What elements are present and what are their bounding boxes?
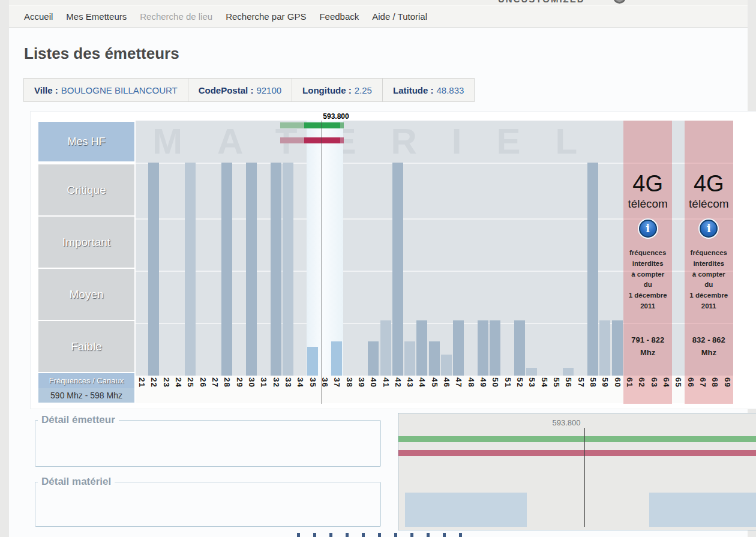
- channel-label-38: 38: [345, 377, 354, 388]
- emitter-bar-ch60[interactable]: [612, 320, 623, 376]
- channel-label-44: 44: [418, 377, 427, 388]
- zone-forbidden-note: fréquencesinterditesà compterdu1 décembr…: [625, 248, 671, 312]
- info-icon[interactable]: i: [639, 220, 657, 238]
- minimap-red-band: [398, 450, 756, 456]
- frequency-chart: 593.800 Mes HF CritiqueImportantMoyenFai…: [30, 111, 756, 409]
- row-label-faible: Faible: [38, 321, 134, 372]
- emitter-bar-ch30[interactable]: [246, 163, 257, 376]
- chart-row-labels: Mes HF CritiqueImportantMoyenFaible Fréq…: [38, 122, 134, 403]
- channel-label-53: 53: [527, 377, 536, 388]
- emitter-bar-ch45[interactable]: [429, 341, 440, 376]
- emitter-bar-ch22[interactable]: [148, 163, 159, 376]
- channel-label-32: 32: [272, 377, 281, 388]
- channel-label-31: 31: [259, 377, 268, 388]
- emitter-bar-ch46[interactable]: [441, 355, 452, 376]
- emitter-bar-ch59[interactable]: [599, 320, 610, 376]
- channel-label-47: 47: [454, 377, 463, 388]
- zone-forbidden-note: fréquencesinterditesà compterdu1 décembr…: [685, 248, 732, 312]
- zone-telecom-label: télécom: [623, 197, 672, 211]
- channel-label-55: 55: [552, 377, 561, 388]
- minimap-bar-1: [649, 493, 756, 527]
- emitter-bar-ch50[interactable]: [490, 320, 500, 376]
- nav-item-0[interactable]: Accueil: [24, 11, 53, 22]
- channel-label-33: 33: [284, 377, 293, 388]
- emitter-bar-ch56[interactable]: [563, 368, 574, 376]
- emitter-bar-ch43[interactable]: [404, 341, 415, 376]
- channel-label-59: 59: [601, 377, 610, 388]
- row-label-important: Important: [38, 217, 134, 268]
- row-label-moyen: Moyen: [38, 269, 134, 320]
- minimap-green-band: [398, 436, 756, 442]
- emitter-bar-ch35[interactable]: [307, 347, 318, 376]
- channel-label-29: 29: [235, 377, 244, 388]
- channel-label-56: 56: [564, 377, 573, 388]
- channel-label-49: 49: [479, 377, 488, 388]
- emitter-bar-ch41[interactable]: [380, 320, 391, 376]
- channel-label-66: 66: [686, 377, 695, 388]
- forbidden-zone-4g-1: 4Gtélécomifréquencesinterditesà compterd…: [685, 121, 733, 404]
- channel-label-48: 48: [467, 377, 476, 388]
- emitter-bar-ch44[interactable]: [416, 320, 427, 376]
- emitter-bar-ch25[interactable]: [185, 163, 196, 376]
- channel-label-43: 43: [406, 377, 415, 388]
- channel-label-46: 46: [442, 377, 451, 388]
- channel-label-61: 61: [625, 377, 634, 388]
- channel-label-60: 60: [613, 377, 622, 388]
- zone-frequency-range: 832 - 862Mhz: [685, 334, 733, 359]
- page-title: Listes des émetteurs: [24, 44, 179, 63]
- hf-band-red[interactable]: [280, 137, 344, 143]
- row-label-frequences-canaux: Fréquences / Canaux: [38, 373, 134, 388]
- emitter-bar-ch47[interactable]: [453, 320, 464, 376]
- zone-frequency-range: 791 - 822Mhz: [623, 334, 672, 359]
- nav-item-5[interactable]: Aide / Tutorial: [372, 11, 427, 22]
- emitter-bar-ch28[interactable]: [221, 163, 232, 376]
- channel-label-22: 22: [149, 377, 158, 388]
- overview-minimap[interactable]: 593.800: [398, 413, 756, 530]
- bottom-cut-off-text: [297, 533, 466, 537]
- channel-label-65: 65: [674, 377, 683, 388]
- detail-materiel-legend: Détail matériel: [38, 476, 115, 488]
- emitter-bar-ch53[interactable]: [526, 368, 537, 376]
- channel-label-63: 63: [650, 377, 659, 388]
- row-label-critique: Critique: [38, 164, 134, 215]
- chart-plot-area[interactable]: MATERIEL 4Gtélécomifréquencesinterditesà…: [136, 121, 733, 376]
- emitter-bar-ch42[interactable]: [392, 163, 403, 376]
- channel-label-62: 62: [637, 377, 646, 388]
- emitter-bar-ch49[interactable]: [478, 320, 488, 376]
- forbidden-zone-4g-0: 4Gtélécomifréquencesinterditesà compterd…: [623, 121, 672, 404]
- detail-emitter-legend: Détail émetteur: [38, 414, 119, 426]
- channel-label-45: 45: [430, 377, 439, 388]
- frequency-cursor-line[interactable]: [322, 121, 322, 404]
- channel-label-57: 57: [577, 377, 586, 388]
- emitter-bar-ch58[interactable]: [587, 163, 598, 376]
- nav-item-1[interactable]: Mes Emetteurs: [66, 11, 127, 22]
- zone-4g-label: 4G: [685, 172, 733, 195]
- minimap-marker-label: 593.800: [506, 418, 626, 427]
- zone-telecom-label: télécom: [685, 197, 733, 211]
- emitter-bar-ch37[interactable]: [331, 341, 342, 376]
- channel-label-41: 41: [382, 377, 391, 388]
- minimap-cursor-line: [584, 428, 585, 527]
- channel-label-21: 21: [137, 377, 146, 388]
- channel-label-25: 25: [186, 377, 195, 388]
- emitter-bar-ch33[interactable]: [283, 163, 293, 376]
- nav-item-2[interactable]: Recherche de lieu: [140, 11, 212, 22]
- hf-band-green[interactable]: [280, 122, 344, 128]
- emitter-bar-ch40[interactable]: [368, 341, 379, 376]
- channel-label-24: 24: [174, 377, 183, 388]
- nav-item-3[interactable]: Recherche par GPS: [226, 11, 306, 22]
- emitter-bar-ch52[interactable]: [514, 320, 525, 376]
- emitter-bar-ch32[interactable]: [271, 163, 281, 376]
- selected-frequency-band: [307, 121, 343, 376]
- row-label-mes-hf: Mes HF: [38, 122, 134, 161]
- channel-label-30: 30: [247, 377, 256, 388]
- frequency-marker-label: 593.800: [300, 112, 372, 121]
- channel-label-26: 26: [199, 377, 208, 388]
- page-content: UNCUSTOMIZED AccueilMes EmetteursRecherc…: [9, 0, 748, 537]
- nav-item-4[interactable]: Feedback: [319, 11, 359, 22]
- main-nav: AccueilMes EmetteursRecherche de lieuRec…: [9, 5, 748, 28]
- channel-label-40: 40: [369, 377, 378, 388]
- info-icon[interactable]: i: [700, 220, 718, 238]
- detail-emitter-panel: Détail émetteur: [35, 414, 381, 467]
- location-cell-2: Longitude :2.25: [292, 78, 383, 102]
